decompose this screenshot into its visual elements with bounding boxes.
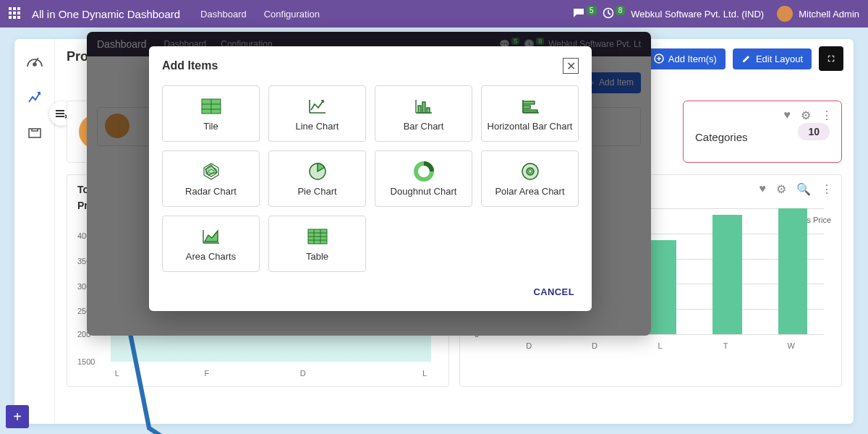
- rail-box-icon[interactable]: [22, 120, 48, 146]
- bar-x-1: D: [592, 341, 597, 350]
- item-label: Pie Chart: [297, 186, 336, 198]
- heart-icon[interactable]: ♥: [760, 182, 767, 196]
- bar-x-3: T: [723, 341, 728, 350]
- item-tile-bar-chart[interactable]: Bar Chart: [375, 85, 472, 142]
- line-x-2: D: [300, 369, 306, 378]
- tile-categories[interactable]: ♥ ⚙ ⋮ Categories 10: [683, 101, 842, 163]
- item-label: Polar Area Chart: [495, 186, 564, 198]
- item-label: Area Charts: [186, 251, 236, 263]
- bar-x-0: D: [526, 341, 532, 350]
- kebab-icon[interactable]: ⋮: [821, 109, 833, 122]
- svg-rect-18: [422, 102, 425, 113]
- tile-categories-label: Categories: [695, 131, 788, 143]
- item-label: Radar Chart: [185, 186, 237, 198]
- item-tile-radar-chart[interactable]: Radar Chart: [162, 150, 260, 207]
- chat-icon[interactable]: [572, 7, 585, 21]
- nav-dashboard[interactable]: Dashboard: [200, 9, 247, 20]
- top-actions: Add Item(s) Edit Layout: [645, 46, 843, 71]
- svg-rect-6: [9, 16, 12, 19]
- fab-add-button[interactable]: +: [6, 405, 29, 428]
- item-tile-line-chart[interactable]: Line Chart: [268, 85, 366, 142]
- heart-icon[interactable]: ♥: [784, 109, 791, 122]
- svg-marker-26: [205, 165, 217, 175]
- item-tile-doughnut-chart[interactable]: Doughnut Chart: [375, 150, 472, 207]
- svg-rect-5: [17, 12, 20, 14]
- svg-rect-2: [17, 7, 20, 10]
- svg-point-31: [528, 169, 531, 172]
- svg-rect-4: [13, 12, 16, 14]
- svg-rect-1: [13, 7, 16, 10]
- line-x-0: L: [115, 369, 119, 378]
- svg-rect-19: [427, 108, 430, 113]
- activity-badge: 8: [616, 6, 626, 15]
- add-items-label: Add Item(s): [668, 54, 717, 64]
- rail-analytics-icon[interactable]: [22, 84, 48, 110]
- rail-dashboard-icon[interactable]: [22, 48, 48, 74]
- apps-icon[interactable]: [9, 7, 20, 21]
- activity-icon[interactable]: [603, 7, 614, 21]
- item-tile-polar-chart[interactable]: Polar Area Chart: [481, 150, 579, 207]
- item-label: Tile: [203, 121, 218, 133]
- item-label: Bar Chart: [404, 121, 444, 133]
- company-name[interactable]: Webkul Software Pvt. Ltd. (IND): [631, 9, 764, 20]
- fullscreen-button[interactable]: [819, 46, 843, 71]
- zoom-icon[interactable]: 🔍: [796, 182, 811, 196]
- avatar[interactable]: [777, 6, 793, 22]
- svg-rect-20: [523, 101, 535, 104]
- edit-layout-label: Edit Layout: [756, 54, 803, 64]
- svg-point-10: [33, 63, 36, 66]
- bar-x-4: W: [787, 341, 794, 350]
- item-label: Doughnut Chart: [391, 186, 457, 198]
- modal-title: Add Items: [162, 59, 563, 72]
- line-x-3: L: [422, 369, 427, 378]
- item-label: Horizontal Bar Chart: [488, 121, 573, 133]
- svg-rect-8: [17, 16, 20, 19]
- item-label: Line Chart: [296, 121, 339, 133]
- add-items-button[interactable]: Add Item(s): [645, 48, 726, 69]
- nav-configuration[interactable]: Configuration: [264, 9, 320, 20]
- kebab-icon[interactable]: ⋮: [821, 182, 833, 196]
- svg-rect-11: [29, 129, 41, 137]
- modal-grid: Tile Line Chart Bar Chart Horizontal Bar…: [149, 81, 592, 282]
- item-tile-table[interactable]: Table: [268, 216, 366, 272]
- item-label: Table: [306, 251, 328, 263]
- svg-rect-21: [523, 106, 530, 109]
- bar-x-2: L: [658, 341, 662, 350]
- item-tile-pie-chart[interactable]: Pie Chart: [268, 150, 366, 207]
- side-rail: [14, 39, 55, 424]
- gear-icon[interactable]: ⚙: [776, 182, 786, 196]
- svg-rect-17: [418, 106, 421, 113]
- item-tile-hbar-chart[interactable]: Horizontal Bar Chart: [481, 85, 579, 142]
- item-tile-area-chart[interactable]: Area Charts: [162, 216, 260, 272]
- tile-categories-count: 10: [798, 123, 830, 140]
- app-title: All in One Dynamic Dashboard: [32, 8, 180, 20]
- outer-header: All in One Dynamic Dashboard Dashboard C…: [0, 0, 868, 27]
- username[interactable]: Mitchell Admin: [799, 9, 859, 20]
- item-tile-tile[interactable]: Tile: [162, 85, 260, 142]
- svg-rect-22: [523, 110, 537, 112]
- close-icon[interactable]: ✕: [563, 58, 579, 74]
- line-x-1: F: [205, 369, 210, 378]
- chat-badge: 5: [587, 6, 597, 15]
- svg-rect-3: [9, 12, 12, 14]
- line-y-5: 1500: [77, 357, 95, 366]
- svg-rect-0: [9, 7, 12, 10]
- svg-rect-7: [13, 16, 16, 19]
- edit-layout-button[interactable]: Edit Layout: [733, 48, 812, 69]
- cancel-button[interactable]: CANCEL: [533, 286, 574, 297]
- gear-icon[interactable]: ⚙: [801, 109, 811, 122]
- add-items-modal: Add Items ✕ Tile Line Chart Bar Chart Ho…: [149, 46, 592, 311]
